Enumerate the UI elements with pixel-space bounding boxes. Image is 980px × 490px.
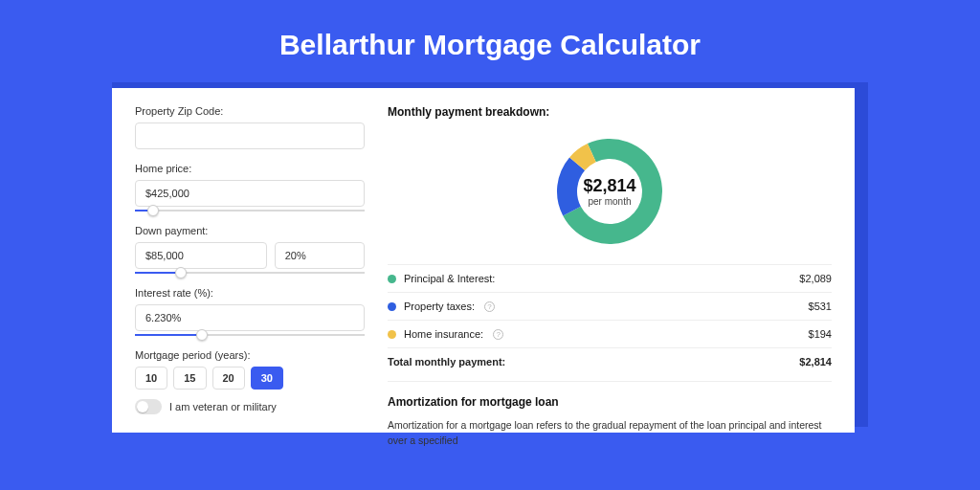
mortgage-period-option[interactable]: 15 xyxy=(173,367,206,390)
breakdown-row: Home insurance:?$194 xyxy=(388,320,832,347)
card-shadow: Property Zip Code: Home price: Down paym… xyxy=(112,82,868,427)
breakdown-total-label: Total monthly payment: xyxy=(388,356,505,368)
mortgage-period-option[interactable]: 30 xyxy=(251,367,283,390)
breakdown-item-value: $531 xyxy=(809,301,832,312)
mortgage-period-label: Mortgage period (years): xyxy=(135,349,365,361)
down-payment-label: Down payment: xyxy=(135,225,365,236)
breakdown-row: Property taxes:?$531 xyxy=(388,292,832,320)
home-price-slider[interactable] xyxy=(135,210,365,212)
amortization-header: Amortization for mortgage loan xyxy=(388,381,832,409)
breakdown-item-value: $2,089 xyxy=(799,273,832,284)
help-icon[interactable]: ? xyxy=(493,329,503,340)
breakdown-total-row: Total monthly payment: $2,814 xyxy=(388,347,832,375)
mortgage-period-options: 10152030 xyxy=(135,367,365,390)
interest-rate-field: Interest rate (%): xyxy=(135,287,365,336)
breakdown-item-label: Home insurance: xyxy=(404,328,483,340)
mortgage-period-option[interactable]: 10 xyxy=(135,367,167,390)
breakdown-row: Principal & Interest:$2,089 xyxy=(388,264,832,292)
help-icon[interactable]: ? xyxy=(484,301,495,312)
zip-input[interactable] xyxy=(135,122,365,149)
calculator-card: Property Zip Code: Home price: Down paym… xyxy=(112,88,855,433)
breakdown-list: Principal & Interest:$2,089Property taxe… xyxy=(388,264,832,347)
down-payment-slider[interactable] xyxy=(135,272,365,274)
mortgage-period-option[interactable]: 20 xyxy=(212,367,245,390)
interest-rate-label: Interest rate (%): xyxy=(135,287,365,299)
breakdown-total-value: $2,814 xyxy=(799,356,832,368)
down-payment-amount-input[interactable] xyxy=(135,242,267,269)
home-price-field: Home price: xyxy=(135,163,365,212)
down-payment-percent-input[interactable] xyxy=(275,242,365,269)
veteran-toggle[interactable] xyxy=(135,399,162,414)
interest-rate-input[interactable] xyxy=(135,304,365,331)
donut-center-sub: per month xyxy=(583,196,635,207)
home-price-label: Home price: xyxy=(135,163,365,174)
interest-rate-slider[interactable] xyxy=(135,334,365,336)
donut-center: $2,814 per month xyxy=(583,176,635,207)
zip-label: Property Zip Code: xyxy=(135,105,365,117)
legend-dot-icon xyxy=(388,275,396,283)
breakdown-column: Monthly payment breakdown: $2,814 per mo… xyxy=(388,105,832,433)
legend-dot-icon xyxy=(388,302,396,311)
donut-center-amount: $2,814 xyxy=(583,176,635,196)
breakdown-item-value: $194 xyxy=(809,328,832,340)
mortgage-period-field: Mortgage period (years): 10152030 xyxy=(135,349,365,390)
veteran-toggle-row: I am veteran or military xyxy=(135,399,365,414)
home-price-input[interactable] xyxy=(135,180,365,207)
legend-dot-icon xyxy=(388,330,396,339)
veteran-toggle-label: I am veteran or military xyxy=(169,401,277,412)
breakdown-item-label: Property taxes: xyxy=(404,301,475,312)
amortization-body: Amortization for a mortgage loan refers … xyxy=(388,409,832,449)
breakdown-item-label: Principal & Interest: xyxy=(404,273,495,284)
down-payment-field: Down payment: xyxy=(135,225,365,274)
zip-field: Property Zip Code: xyxy=(135,105,365,149)
donut-chart: $2,814 per month xyxy=(552,134,667,249)
page-title: Bellarthur Mortgage Calculator xyxy=(0,0,980,82)
breakdown-header: Monthly payment breakdown: xyxy=(388,105,832,126)
form-column: Property Zip Code: Home price: Down paym… xyxy=(135,105,365,433)
donut-chart-wrap: $2,814 per month xyxy=(388,126,832,264)
